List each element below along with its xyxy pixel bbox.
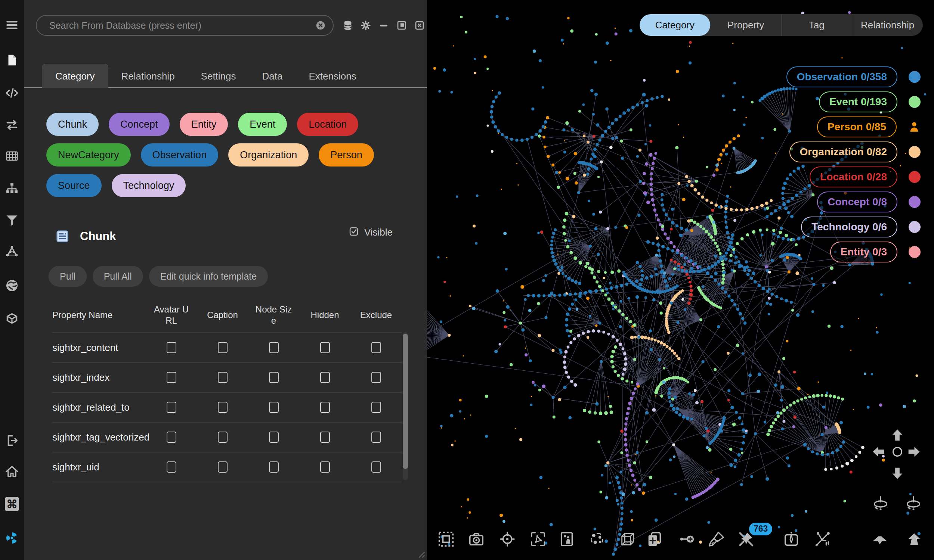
add-node-file-icon[interactable] <box>645 530 663 548</box>
command-icon[interactable]: ⌘ <box>5 497 19 511</box>
orbit-right-button[interactable] <box>905 494 922 511</box>
globe-icon[interactable] <box>5 278 19 293</box>
checkbox[interactable] <box>371 372 381 383</box>
checkbox[interactable] <box>218 372 228 383</box>
checkbox[interactable] <box>371 342 381 353</box>
home-icon[interactable] <box>5 465 19 479</box>
category-chip-entity[interactable]: Entity <box>180 113 228 136</box>
checkbox[interactable] <box>320 372 330 383</box>
tab-extensions[interactable]: Extensions <box>296 64 369 88</box>
legend-item-technology[interactable]: Technology 0/6 <box>801 217 920 237</box>
checkbox[interactable] <box>166 342 176 353</box>
legend-item-person[interactable]: Person 0/85 <box>817 117 920 137</box>
orbit-left-button[interactable] <box>872 494 889 511</box>
checkbox[interactable] <box>320 462 330 472</box>
add-link-icon[interactable] <box>678 530 696 548</box>
canvas-tab-category[interactable]: Category <box>640 14 711 36</box>
legend-item-organization[interactable]: Organization 0/82 <box>789 142 920 162</box>
menu-icon[interactable] <box>5 18 19 32</box>
swap-arrows-icon[interactable] <box>5 118 19 132</box>
filter-icon[interactable] <box>5 213 19 228</box>
checkbox[interactable] <box>371 462 381 472</box>
visible-toggle[interactable]: Visible <box>348 226 393 238</box>
checkbox[interactable] <box>320 432 330 443</box>
clear-search-icon[interactable] <box>315 20 326 31</box>
minimize-icon[interactable] <box>378 20 389 31</box>
locate-target-icon[interactable] <box>498 530 516 548</box>
settings-gear-icon[interactable] <box>360 20 371 31</box>
legend-item-event[interactable]: Event 0/193 <box>819 91 920 112</box>
category-chip-concept[interactable]: Concept <box>109 113 170 136</box>
legend-item-observation[interactable]: Observation 0/358 <box>786 66 920 88</box>
hierarchy-icon[interactable] <box>5 182 19 195</box>
cut-edges-icon[interactable] <box>814 530 832 548</box>
pan-up-button[interactable] <box>890 428 905 443</box>
fly-down-button[interactable] <box>871 531 888 548</box>
sign-out-icon[interactable] <box>5 434 19 448</box>
screenshot-camera-icon[interactable] <box>467 530 485 548</box>
category-chip-technology[interactable]: Technology <box>112 174 186 197</box>
tab-data[interactable]: Data <box>249 64 296 88</box>
brush-style-icon[interactable] <box>707 530 726 548</box>
legend-item-location[interactable]: Location 0/28 <box>809 166 920 188</box>
checkbox[interactable] <box>269 432 279 443</box>
canvas-tab-tag[interactable]: Tag <box>781 14 852 36</box>
file-document-icon[interactable] <box>5 53 19 67</box>
checkbox[interactable] <box>269 372 279 383</box>
cube-icon[interactable] <box>5 311 19 326</box>
checkbox[interactable] <box>218 432 228 443</box>
close-icon[interactable] <box>414 20 425 31</box>
search-input[interactable] <box>49 20 315 31</box>
checkbox[interactable] <box>320 402 330 413</box>
checkbox[interactable] <box>166 432 176 443</box>
annotation-pad-icon[interactable] <box>782 530 800 548</box>
cube-3d-icon[interactable] <box>619 530 637 548</box>
checkbox[interactable] <box>166 402 176 413</box>
image-view-icon[interactable] <box>558 530 576 548</box>
table-scrollbar[interactable] <box>403 332 408 480</box>
pan-down-button[interactable] <box>890 465 905 480</box>
checkbox[interactable] <box>218 462 228 472</box>
category-chip-person[interactable]: Person <box>319 143 374 166</box>
category-chip-newcategory[interactable]: NewCategory <box>46 143 131 166</box>
tab-relationship[interactable]: Relationship <box>108 64 188 88</box>
database-icon[interactable] <box>342 20 353 31</box>
checkbox[interactable] <box>269 462 279 472</box>
category-chip-chunk[interactable]: Chunk <box>46 113 99 136</box>
category-chip-observation[interactable]: Observation <box>141 143 219 166</box>
lasso-select-icon[interactable] <box>529 530 547 548</box>
select-region-icon[interactable] <box>437 530 455 548</box>
checkbox[interactable] <box>269 342 279 353</box>
checkbox[interactable] <box>269 402 279 413</box>
panel-resize-handle[interactable] <box>414 547 425 558</box>
category-chip-organization[interactable]: Organization <box>228 143 308 166</box>
checkbox[interactable] <box>218 402 228 413</box>
checkbox[interactable] <box>166 372 176 383</box>
pan-left-button[interactable] <box>872 444 886 459</box>
tab-category[interactable]: Category <box>42 64 108 88</box>
pan-center-button[interactable] <box>892 447 902 457</box>
category-chip-event[interactable]: Event <box>238 113 287 136</box>
pull-all-button[interactable]: Pull All <box>92 266 143 287</box>
category-chip-source[interactable]: Source <box>46 174 102 197</box>
fly-up-button[interactable] <box>906 531 923 548</box>
category-chip-location[interactable]: Location <box>297 113 358 136</box>
tab-settings[interactable]: Settings <box>188 64 249 88</box>
legend-item-concept[interactable]: Concept 0/8 <box>817 192 920 212</box>
pin-off-icon[interactable]: 763 <box>737 530 755 548</box>
checkbox[interactable] <box>371 402 381 413</box>
checkbox[interactable] <box>166 462 176 472</box>
pull-button[interactable]: Pull <box>49 266 87 287</box>
scrollbar-thumb[interactable] <box>403 334 408 469</box>
network-graph-icon[interactable] <box>5 244 19 258</box>
app-logo-icon[interactable] <box>5 531 19 545</box>
checkbox[interactable] <box>218 342 228 353</box>
edit-quick-info-template-button[interactable]: Edit quick info template <box>149 266 268 287</box>
node-cluster-icon[interactable] <box>588 530 606 548</box>
code-icon[interactable] <box>5 86 19 100</box>
canvas-tab-property[interactable]: Property <box>711 14 781 36</box>
data-table-icon[interactable] <box>5 149 19 163</box>
canvas-tab-relationship[interactable]: Relationship <box>852 14 923 36</box>
maximize-icon[interactable] <box>396 20 407 31</box>
pan-right-button[interactable] <box>906 444 921 459</box>
